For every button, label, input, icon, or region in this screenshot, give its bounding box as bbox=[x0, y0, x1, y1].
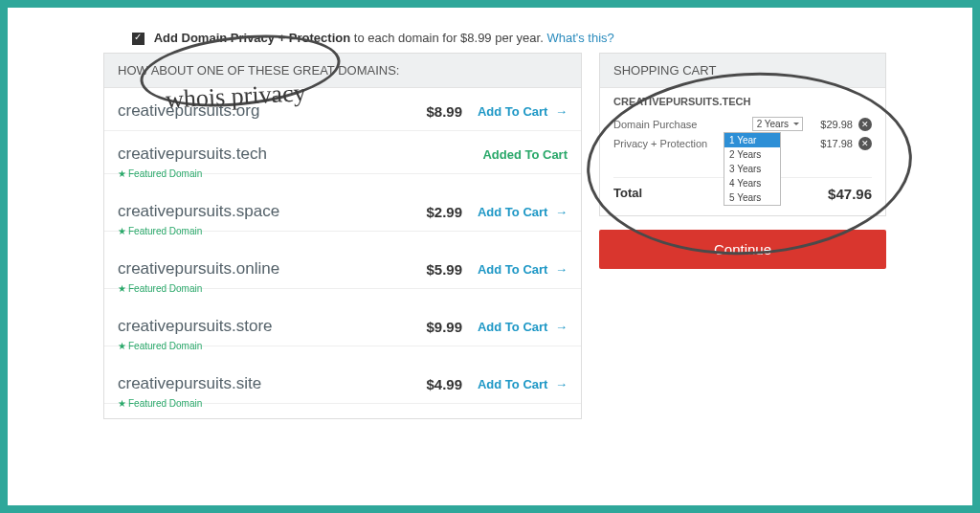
featured-badge: ★Featured Domain bbox=[118, 341, 581, 351]
domain-name: creativepursuits.online bbox=[118, 259, 395, 279]
arrow-right-icon: → bbox=[555, 262, 568, 277]
total-label: Total bbox=[613, 186, 828, 202]
domain-suggestions-panel: HOW ABOUT ONE OF THESE GREAT DOMAINS: cr… bbox=[103, 53, 582, 419]
domain-name: creativepursuits.space bbox=[118, 202, 395, 221]
arrow-right-icon: → bbox=[555, 205, 568, 219]
cart-header: SHOPPING CART bbox=[600, 54, 885, 88]
term-option[interactable]: 4 Years bbox=[724, 176, 780, 190]
domain-name: creativepursuits.site bbox=[118, 374, 395, 393]
star-icon: ★ bbox=[118, 398, 126, 409]
domain-price: $9.99 bbox=[395, 319, 462, 335]
add-to-cart-button[interactable]: Add To Cart → bbox=[462, 262, 568, 277]
cart-line-amount: $29.98 bbox=[803, 119, 853, 130]
remove-icon[interactable]: ✕ bbox=[858, 137, 872, 150]
star-icon: ★ bbox=[118, 226, 126, 236]
star-icon: ★ bbox=[118, 283, 126, 294]
arrow-right-icon: → bbox=[555, 104, 568, 119]
star-icon: ★ bbox=[118, 168, 126, 179]
term-option[interactable]: 2 Years bbox=[724, 147, 780, 162]
term-dropdown[interactable]: 1 Year2 Years3 Years4 Years5 Years bbox=[724, 132, 781, 206]
continue-button[interactable]: Continue bbox=[599, 230, 886, 269]
add-to-cart-button[interactable]: Add To Cart → bbox=[462, 205, 568, 219]
domain-row: creativepursuits.org$8.99Add To Cart → bbox=[104, 88, 581, 131]
domain-price: $2.99 bbox=[395, 204, 462, 220]
featured-badge: ★Featured Domain bbox=[118, 398, 581, 409]
remove-icon[interactable]: ✕ bbox=[858, 118, 872, 131]
featured-badge: ★Featured Domain bbox=[118, 283, 581, 294]
arrow-right-icon: → bbox=[555, 320, 568, 334]
domain-price: $8.99 bbox=[395, 103, 462, 120]
privacy-label-rest: to each domain for $8.99 per year. bbox=[354, 31, 544, 45]
cart-line-domain: Domain Purchase 2 Years $29.98 ✕ 1 Year2… bbox=[613, 117, 872, 131]
domains-header: HOW ABOUT ONE OF THESE GREAT DOMAINS: bbox=[104, 54, 581, 88]
domain-name: creativepursuits.store bbox=[118, 317, 395, 336]
term-option[interactable]: 1 Year bbox=[724, 133, 780, 147]
add-to-cart-button[interactable]: Add To Cart → bbox=[462, 104, 568, 119]
arrow-right-icon: → bbox=[555, 377, 568, 391]
term-select[interactable]: 2 Years bbox=[752, 117, 803, 131]
add-to-cart-button[interactable]: Add To Cart → bbox=[462, 377, 568, 391]
term-option[interactable]: 5 Years bbox=[724, 190, 780, 205]
total-amount: $47.96 bbox=[828, 186, 872, 202]
domain-price: $5.99 bbox=[395, 261, 462, 278]
shopping-cart-panel: SHOPPING CART CREATIVEPURSUITS.TECH Doma… bbox=[599, 53, 886, 216]
star-icon: ★ bbox=[118, 341, 126, 351]
domain-price: $4.99 bbox=[395, 376, 462, 392]
whats-this-link[interactable]: What's this? bbox=[546, 31, 613, 45]
cart-line-amount: $17.98 bbox=[803, 138, 853, 149]
added-to-cart-label: Added To Cart bbox=[462, 147, 568, 162]
cart-domain-title: CREATIVEPURSUITS.TECH bbox=[613, 96, 872, 107]
add-to-cart-button[interactable]: Add To Cart → bbox=[462, 320, 568, 334]
term-option[interactable]: 3 Years bbox=[724, 162, 780, 176]
privacy-upsell-row: Add Domain Privacy + Protection to each … bbox=[132, 31, 896, 45]
privacy-label-bold: Add Domain Privacy + Protection bbox=[154, 31, 351, 45]
privacy-checkbox[interactable] bbox=[132, 33, 145, 45]
featured-badge: ★Featured Domain bbox=[118, 226, 581, 236]
cart-line-label: Domain Purchase bbox=[613, 119, 752, 130]
featured-badge: ★Featured Domain bbox=[118, 168, 581, 179]
domain-name: creativepursuits.tech bbox=[118, 145, 395, 164]
domain-name: creativepursuits.org bbox=[118, 101, 395, 121]
